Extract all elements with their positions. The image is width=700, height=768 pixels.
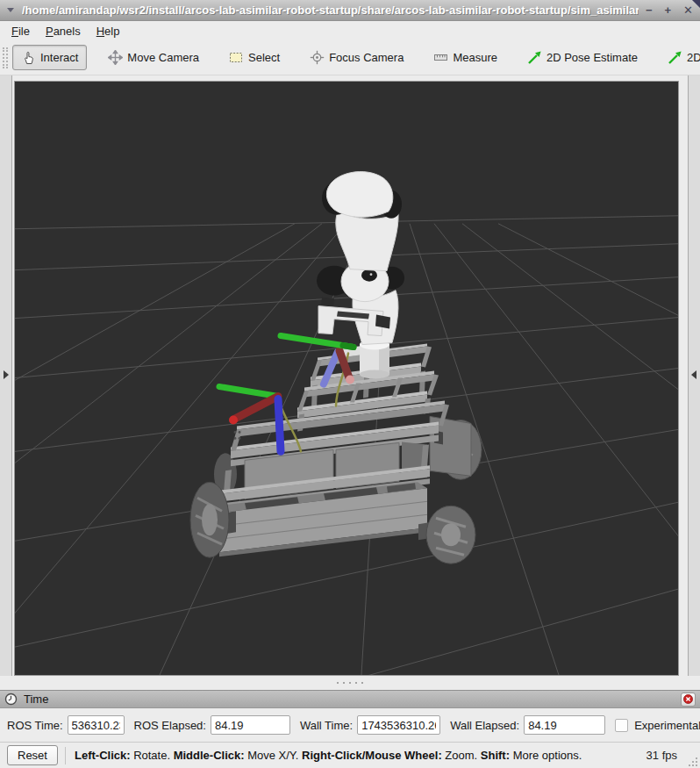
move-arrows-icon: [108, 50, 123, 65]
window-corner-decoration: [692, 0, 700, 8]
window-controls: − + ✕: [646, 4, 693, 16]
tool-interact-button[interactable]: Interact: [12, 45, 87, 70]
statusbar-separator: [65, 747, 66, 764]
ros-time-label: ROS Time:: [7, 719, 63, 732]
selection-box-icon: [229, 50, 244, 65]
reset-button[interactable]: Reset: [7, 745, 58, 765]
toolbar: Interact Move Camera Select: [0, 40, 700, 75]
close-icon: [683, 694, 693, 704]
toolbar-drag-handle[interactable]: [3, 47, 8, 68]
menubar: File Panels Help: [0, 21, 700, 40]
experimental-label: Experimental: [634, 719, 700, 732]
maximize-button[interactable]: +: [665, 4, 672, 16]
wall-elapsed-label: Wall Elapsed:: [450, 719, 519, 732]
time-panel-title: Time: [24, 693, 48, 706]
3d-scene: [15, 82, 678, 675]
3d-viewport[interactable]: [14, 81, 679, 676]
focus-crosshair-icon: [310, 50, 325, 65]
window-title: /home/amirandap/wsr2/install/arcos-lab-a…: [22, 4, 639, 17]
minimize-button[interactable]: −: [646, 4, 653, 16]
main-area: [0, 75, 700, 676]
expand-displays-panel-button[interactable]: [4, 370, 9, 379]
wall-time-input[interactable]: [357, 715, 440, 735]
ros-elapsed-label: ROS Elapsed:: [134, 719, 206, 732]
close-time-panel-button[interactable]: [681, 693, 696, 707]
wall-time-label: Wall Time:: [300, 719, 353, 732]
menu-panels[interactable]: Panels: [38, 23, 89, 39]
window-menu-icon[interactable]: [7, 8, 14, 12]
expand-views-panel-button[interactable]: [691, 370, 696, 379]
robot-cart: [190, 344, 482, 564]
tool-measure-button[interactable]: Measure: [425, 45, 506, 70]
hand-pointer-icon: [21, 50, 36, 65]
rviz-window: /home/amirandap/wsr2/install/arcos-lab-a…: [0, 0, 700, 768]
tool-2d-pose-estimate-button[interactable]: 2D Pose Estimate: [518, 45, 646, 70]
tool-select-button[interactable]: Select: [220, 45, 289, 70]
panel-splitter[interactable]: [0, 676, 700, 690]
wall-elapsed-input[interactable]: [524, 715, 605, 735]
tool-move-camera-button[interactable]: Move Camera: [99, 45, 208, 70]
ros-elapsed-input[interactable]: [211, 715, 290, 735]
views-panel-collapsed-strip: [688, 75, 700, 676]
time-panel-fields: ROS Time: ROS Elapsed: Wall Time: Wall E…: [0, 708, 700, 742]
splitter-handle-dots: [337, 682, 363, 684]
ruler-icon: [433, 50, 448, 65]
displays-panel-collapsed-strip: [0, 75, 12, 676]
menu-help[interactable]: Help: [89, 23, 128, 39]
tool-2d-goal-pose-button[interactable]: 2D Goal Pose: [659, 45, 700, 70]
fps-counter: 31 fps: [646, 749, 677, 762]
robot-arm: [317, 172, 404, 379]
clock-icon: [4, 693, 18, 706]
window-titlebar[interactable]: /home/amirandap/wsr2/install/arcos-lab-a…: [0, 0, 700, 21]
menu-file[interactable]: File: [4, 23, 38, 39]
green-pose-arrow-icon: [527, 50, 542, 65]
resize-grip[interactable]: [689, 757, 698, 766]
mouse-hints: Left-Click: Rotate. Middle-Click: Move X…: [75, 749, 582, 762]
green-goal-arrow-icon: [668, 50, 682, 65]
ros-time-input[interactable]: [68, 715, 125, 735]
time-panel-header[interactable]: Time: [0, 690, 700, 708]
tool-focus-camera-button[interactable]: Focus Camera: [301, 45, 412, 70]
experimental-checkbox[interactable]: [615, 719, 628, 732]
statusbar: Reset Left-Click: Rotate. Middle-Click: …: [0, 742, 700, 768]
